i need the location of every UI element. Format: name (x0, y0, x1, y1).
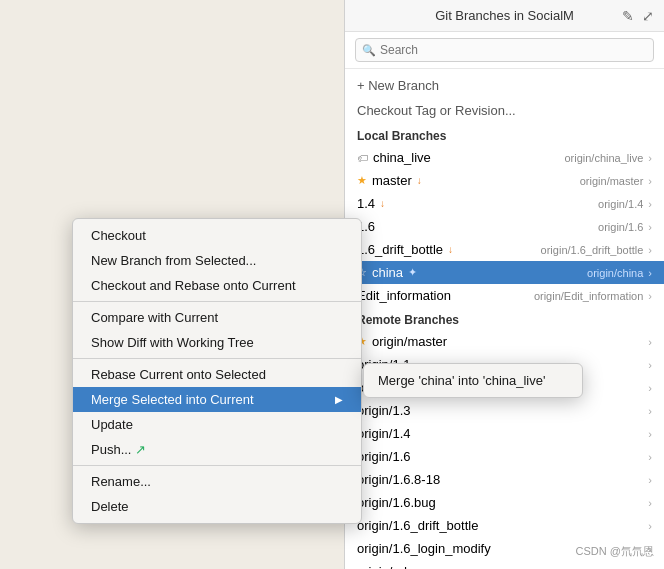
menu-item-show-diff[interactable]: Show Diff with Working Tree (73, 330, 361, 355)
branch-item-origin-master[interactable]: ★ origin/master › (345, 330, 664, 353)
chevron-icon: › (648, 244, 652, 256)
branch-item-master[interactable]: ★ master ↓ origin/master › (345, 169, 664, 192)
chevron-icon: › (648, 382, 652, 394)
menu-item-delete[interactable]: Delete (73, 494, 361, 519)
chevron-icon: › (648, 474, 652, 486)
menu-item-rename[interactable]: Rename... (73, 469, 361, 494)
new-branch-action[interactable]: + New Branch (345, 73, 664, 98)
search-wrapper: 🔍 (355, 38, 654, 62)
branch-name: master (372, 173, 412, 188)
branch-name: origin/master (372, 334, 447, 349)
chevron-icon: › (648, 175, 652, 187)
git-branches-panel: Git Branches in SocialM ✎ ⤢ 🔍 + New Bran… (344, 0, 664, 569)
chevron-icon: › (648, 290, 652, 302)
search-input[interactable] (355, 38, 654, 62)
expand-icon[interactable]: ⤢ (642, 8, 654, 24)
chevron-icon: › (648, 221, 652, 233)
branch-item-edit-info[interactable]: Edit_information origin/Edit_information… (345, 284, 664, 307)
branches-list: + New Branch Checkout Tag or Revision...… (345, 69, 664, 569)
chevron-icon: › (648, 520, 652, 532)
chevron-icon: › (648, 267, 652, 279)
chevron-icon: › (648, 451, 652, 463)
branch-item-origin-1-4[interactable]: origin/1.4 › (345, 422, 664, 445)
search-bar: 🔍 (345, 32, 664, 69)
merge-selected-label: Merge Selected into Current (91, 392, 254, 407)
branch-name: china_live (373, 150, 431, 165)
branch-name: origin/1.6 (357, 449, 410, 464)
submenu-item-merge-china[interactable]: Merge 'china' into 'china_live' (364, 368, 582, 393)
branch-name: origin/1.3 (357, 403, 410, 418)
local-branches-header: Local Branches (345, 123, 664, 146)
branch-remote: origin/1.6 (598, 221, 643, 233)
chevron-icon: › (648, 566, 652, 570)
panel-title: Git Branches in SocialM (435, 8, 574, 23)
branch-item-origin-1-6-bug[interactable]: origin/1.6.bug › (345, 491, 664, 514)
arrow-down-icon: ↓ (448, 244, 453, 255)
star-icon: ★ (357, 174, 367, 187)
branch-item-origin-adv[interactable]: origin/adv › (345, 560, 664, 569)
branch-remote: origin/1.6_drift_bottle (541, 244, 644, 256)
menu-item-push[interactable]: Push... ↗ (73, 437, 361, 462)
menu-separator-3 (73, 465, 361, 466)
remote-branches-header: Remote Branches (345, 307, 664, 330)
menu-item-update[interactable]: Update (73, 412, 361, 437)
branch-remote: origin/1.4 (598, 198, 643, 210)
watermark: CSDN @氘氘恩 (576, 544, 654, 559)
menu-item-rebase-current[interactable]: Rebase Current onto Selected (73, 362, 361, 387)
branch-item-origin-1-3[interactable]: origin/1.3 › (345, 399, 664, 422)
menu-separator-1 (73, 301, 361, 302)
branch-name: 1.4 (357, 196, 375, 211)
menu-item-new-branch[interactable]: New Branch from Selected... (73, 248, 361, 273)
chevron-icon: › (648, 359, 652, 371)
branch-remote: origin/master (580, 175, 644, 187)
checkout-tag-action[interactable]: Checkout Tag or Revision... (345, 98, 664, 123)
menu-item-checkout[interactable]: Checkout (73, 223, 361, 248)
branch-name: origin/1.6_login_modify (357, 541, 491, 556)
branch-item-origin-1-6-8-18[interactable]: origin/1.6.8-18 › (345, 468, 664, 491)
branch-item-1-6[interactable]: 1.6 origin/1.6 › (345, 215, 664, 238)
branch-item-china-live[interactable]: 🏷 china_live origin/china_live › (345, 146, 664, 169)
context-menu: Checkout New Branch from Selected... Che… (72, 218, 362, 524)
branch-item-1-4[interactable]: 1.4 ↓ origin/1.4 › (345, 192, 664, 215)
branch-item-china[interactable]: ☆ china ✦ origin/china › (345, 261, 664, 284)
menu-item-merge-selected[interactable]: Merge Selected into Current ▶ Merge 'chi… (73, 387, 361, 412)
search-icon: 🔍 (362, 44, 376, 57)
branch-remote: origin/china (587, 267, 643, 279)
chevron-icon: › (648, 198, 652, 210)
branch-name: origin/adv (357, 564, 413, 569)
branch-name: origin/1.6.8-18 (357, 472, 440, 487)
branch-name: origin/1.6_drift_bottle (357, 518, 478, 533)
menu-item-compare[interactable]: Compare with Current (73, 305, 361, 330)
branch-remote: origin/china_live (564, 152, 643, 164)
arrow-down-icon: ↓ (380, 198, 385, 209)
branch-name: origin/1.6.bug (357, 495, 436, 510)
checkout-tag-label: Checkout Tag or Revision... (357, 103, 516, 118)
tag-icon: 🏷 (357, 152, 368, 164)
menu-separator-2 (73, 358, 361, 359)
branch-indicator: ✦ (408, 266, 417, 279)
branch-remote: origin/Edit_information (534, 290, 643, 302)
panel-header: Git Branches in SocialM ✎ ⤢ (345, 0, 664, 32)
branch-name: origin/1.4 (357, 426, 410, 441)
branch-name: Edit_information (357, 288, 451, 303)
menu-item-checkout-rebase[interactable]: Checkout and Rebase onto Current (73, 273, 361, 298)
edit-icon[interactable]: ✎ (622, 8, 634, 24)
branch-name: 1.6_drift_bottle (357, 242, 443, 257)
branch-item-origin-1-6-drift[interactable]: origin/1.6_drift_bottle › (345, 514, 664, 537)
panel-header-icons: ✎ ⤢ (622, 8, 654, 24)
chevron-icon: › (648, 428, 652, 440)
branch-name: china (372, 265, 403, 280)
chevron-icon: › (648, 152, 652, 164)
branch-item-1-6-drift[interactable]: 1.6_drift_bottle ↓ origin/1.6_drift_bott… (345, 238, 664, 261)
submenu-arrow-icon: ▶ (335, 394, 343, 405)
chevron-icon: › (648, 405, 652, 417)
chevron-icon: › (648, 497, 652, 509)
branch-item-origin-1-6[interactable]: origin/1.6 › (345, 445, 664, 468)
new-branch-label: + New Branch (357, 78, 439, 93)
chevron-icon: › (648, 336, 652, 348)
submenu: Merge 'china' into 'china_live' (363, 363, 583, 398)
arrow-down-icon: ↓ (417, 175, 422, 186)
